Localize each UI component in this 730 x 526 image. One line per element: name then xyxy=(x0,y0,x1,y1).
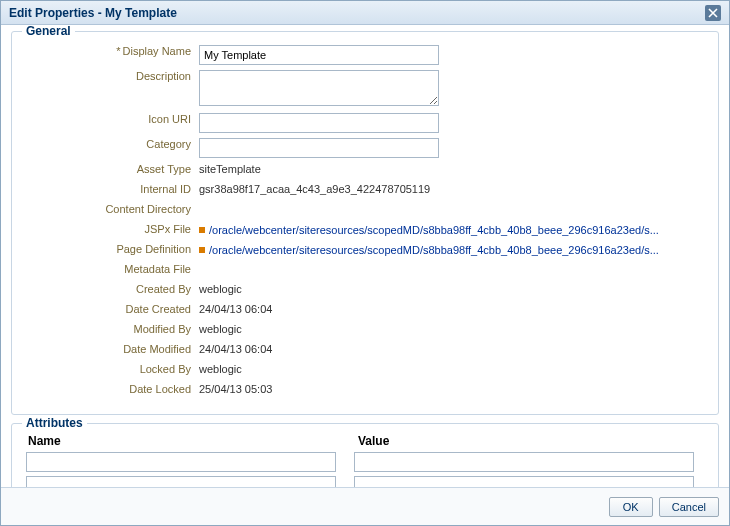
value-content-directory xyxy=(199,200,706,203)
row-display-name: *Display Name xyxy=(24,42,706,65)
label-modified-by: Modified By xyxy=(24,320,199,335)
value-modified-by: weblogic xyxy=(199,320,706,335)
value-date-modified: 24/04/13 06:04 xyxy=(199,340,706,355)
label-metadata-file: Metadata File xyxy=(24,260,199,275)
attributes-header-name: Name xyxy=(28,434,358,448)
row-category: Category xyxy=(24,135,706,158)
value-date-created: 24/04/13 06:04 xyxy=(199,300,706,315)
label-date-locked: Date Locked xyxy=(24,380,199,395)
row-asset-type: Asset Type siteTemplate xyxy=(24,160,706,178)
label-internal-id: Internal ID xyxy=(24,180,199,195)
link-icon xyxy=(199,227,205,233)
category-input[interactable] xyxy=(199,138,439,158)
label-page-definition: Page Definition xyxy=(24,240,199,255)
row-jspx-file: JSPx File /oracle/webcenter/siteresource… xyxy=(24,220,706,238)
row-metadata-file: Metadata File xyxy=(24,260,706,278)
value-created-by: weblogic xyxy=(199,280,706,295)
row-icon-uri: Icon URI xyxy=(24,110,706,133)
row-description: Description xyxy=(24,67,706,108)
attribute-row xyxy=(24,452,706,472)
close-icon[interactable] xyxy=(705,5,721,21)
attribute-value-input[interactable] xyxy=(354,452,694,472)
label-display-name: *Display Name xyxy=(24,42,199,57)
general-legend: General xyxy=(22,25,75,38)
display-name-input[interactable] xyxy=(199,45,439,65)
label-icon-uri: Icon URI xyxy=(24,110,199,125)
row-date-locked: Date Locked 25/04/13 05:03 xyxy=(24,380,706,398)
row-locked-by: Locked By weblogic xyxy=(24,360,706,378)
row-internal-id: Internal ID gsr38a98f17_acaa_4c43_a9e3_4… xyxy=(24,180,706,198)
icon-uri-input[interactable] xyxy=(199,113,439,133)
attribute-name-input[interactable] xyxy=(26,452,336,472)
description-input[interactable] xyxy=(199,70,439,106)
row-page-definition: Page Definition /oracle/webcenter/sitere… xyxy=(24,240,706,258)
general-section: General *Display Name Description Icon U… xyxy=(11,31,719,415)
value-metadata-file xyxy=(199,260,706,263)
value-locked-by: weblogic xyxy=(199,360,706,375)
label-category: Category xyxy=(24,135,199,150)
row-content-directory: Content Directory xyxy=(24,200,706,218)
ok-button[interactable]: OK xyxy=(609,497,653,517)
link-icon xyxy=(199,247,205,253)
value-asset-type: siteTemplate xyxy=(199,160,706,175)
cancel-button[interactable]: Cancel xyxy=(659,497,719,517)
row-date-modified: Date Modified 24/04/13 06:04 xyxy=(24,340,706,358)
row-modified-by: Modified By weblogic xyxy=(24,320,706,338)
dialog-titlebar: Edit Properties - My Template xyxy=(1,1,729,25)
dialog-button-bar: OK Cancel xyxy=(1,487,729,525)
attribute-row xyxy=(24,476,706,487)
page-definition-link[interactable]: /oracle/webcenter/siteresources/scopedMD… xyxy=(209,244,659,256)
row-date-created: Date Created 24/04/13 06:04 xyxy=(24,300,706,318)
dialog-body: General *Display Name Description Icon U… xyxy=(1,25,729,487)
label-asset-type: Asset Type xyxy=(24,160,199,175)
attribute-value-input[interactable] xyxy=(354,476,694,487)
label-created-by: Created By xyxy=(24,280,199,295)
attributes-header-value: Value xyxy=(358,434,702,448)
attributes-section: Attributes Name Value Add More xyxy=(11,423,719,487)
value-internal-id: gsr38a98f17_acaa_4c43_a9e3_422478705119 xyxy=(199,180,706,195)
value-date-locked: 25/04/13 05:03 xyxy=(199,380,706,395)
label-description: Description xyxy=(24,67,199,82)
attributes-legend: Attributes xyxy=(22,416,87,430)
attributes-header-row: Name Value xyxy=(24,434,706,448)
attribute-name-input[interactable] xyxy=(26,476,336,487)
label-locked-by: Locked By xyxy=(24,360,199,375)
row-created-by: Created By weblogic xyxy=(24,280,706,298)
jspx-file-link[interactable]: /oracle/webcenter/siteresources/scopedMD… xyxy=(209,224,659,236)
label-date-modified: Date Modified xyxy=(24,340,199,355)
label-date-created: Date Created xyxy=(24,300,199,315)
dialog-title: Edit Properties - My Template xyxy=(9,6,177,20)
label-jspx-file: JSPx File xyxy=(24,220,199,235)
label-content-directory: Content Directory xyxy=(24,200,199,215)
